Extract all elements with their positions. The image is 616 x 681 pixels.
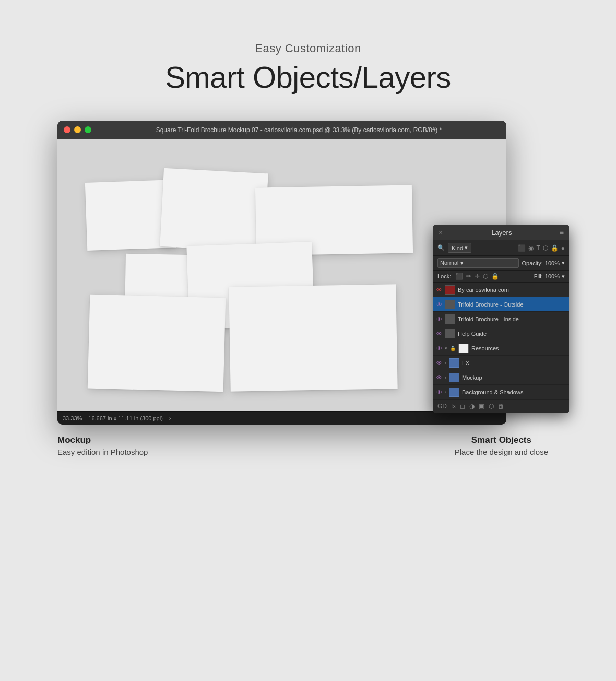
opacity-value: 100%	[545, 260, 560, 266]
layer-thumb-1	[445, 300, 455, 309]
layer-thumb-5	[449, 358, 459, 368]
layers-panel-header: ✕ Layers ≡	[433, 225, 569, 240]
layer-visibility-icon-3[interactable]: 👁	[436, 331, 442, 337]
layer-lock-icon-4: 🔒	[450, 346, 456, 351]
adjustment-icon[interactable]: ◻	[460, 403, 465, 410]
ps-status-arrow: ›	[169, 415, 171, 421]
pixel-filter-icon[interactable]: ⬛	[518, 244, 526, 252]
layer-visibility-icon-2[interactable]: 👁	[436, 316, 442, 322]
caption-right-desc: Place the design and close	[455, 448, 548, 456]
layer-name-2: Trifold Brochure - Inside	[458, 316, 566, 322]
lock-checker-icon[interactable]: ⬛	[455, 273, 463, 280]
layer-visibility-icon-4[interactable]: 👁	[436, 345, 442, 351]
layer-thumb-2	[445, 314, 455, 324]
paper-sheet-7	[229, 284, 397, 392]
ps-statusbar: 33.33% 16.667 in x 11.11 in (300 ppi) ›	[57, 411, 506, 425]
ps-dimensions: 16.667 in x 11.11 in (300 ppi)	[88, 415, 163, 421]
page-icon[interactable]: ⬡	[489, 403, 494, 410]
lock-paint-icon[interactable]: ✏	[466, 273, 471, 280]
layers-lock-row: Lock: ⬛ ✏ ✛ ⬡ 🔒 Fill: 100% ▾	[433, 271, 569, 283]
layer-name-7: Background & Shadows	[462, 389, 566, 395]
text-filter-icon[interactable]: T	[536, 244, 540, 252]
lock-all-icon[interactable]: 🔒	[491, 273, 499, 280]
layer-item-resources[interactable]: 👁 ▾ 🔒 Resources	[433, 341, 569, 356]
fill-chevron: ▾	[562, 273, 565, 280]
color-filter-icon[interactable]: ●	[561, 244, 565, 252]
layer-expand-icon-6[interactable]: ›	[445, 375, 446, 380]
layer-visibility-icon-1[interactable]: 👁	[436, 301, 442, 308]
layers-panel-title: Layers	[491, 229, 512, 237]
blend-mode-chevron: ▾	[460, 260, 464, 266]
layer-item-helpguide[interactable]: 👁 Help Guide	[433, 326, 569, 341]
opacity-row: Opacity: 100% ▾	[522, 260, 565, 266]
smart-filter-icon[interactable]: 🔒	[551, 244, 559, 252]
layer-name-5: FX	[462, 360, 566, 366]
maximize-button[interactable]	[85, 126, 91, 133]
layer-name-4: Resources	[471, 345, 566, 351]
filter-kind-select[interactable]: Kind ▾	[448, 243, 471, 253]
blend-mode-select[interactable]: Normal ▾	[437, 258, 519, 268]
layers-close-icon[interactable]: ✕	[439, 230, 444, 235]
fx-icon[interactable]: fx	[451, 403, 456, 410]
layer-thumb-7	[449, 388, 459, 397]
close-button[interactable]	[64, 126, 70, 133]
layer-item-carlosviloria[interactable]: 👁 By carlosviloria.com	[433, 283, 569, 297]
layer-thumb-0	[445, 285, 455, 295]
lock-label: Lock:	[437, 273, 451, 279]
adjustment-filter-icon[interactable]: ◉	[528, 244, 534, 252]
caption-right: Smart Objects Place the design and close	[455, 435, 559, 456]
layers-blend-row: Normal ▾ Opacity: 100% ▾	[433, 256, 569, 271]
minimize-button[interactable]	[74, 126, 81, 133]
layer-thumb-6	[449, 373, 459, 382]
layer-expand-icon-5[interactable]: ›	[445, 360, 446, 366]
chevron-down-icon: ▾	[465, 244, 468, 251]
opacity-chevron: ▾	[562, 260, 565, 266]
layers-bottom-bar: GD fx ◻ ◑ ▣ ⬡ 🗑	[433, 400, 569, 413]
fill-value: 100%	[545, 273, 560, 279]
blend-mode-value: Normal	[440, 260, 458, 266]
layer-item-mockup[interactable]: 👁 › Mockup	[433, 370, 569, 385]
layers-menu-icon[interactable]: ≡	[560, 228, 564, 237]
layer-name-1: Trifold Brochure - Outside	[458, 301, 566, 308]
search-icon: 🔍	[437, 244, 445, 251]
caption-left-desc: Easy edition in Photoshop	[57, 448, 148, 456]
layer-visibility-icon-7[interactable]: 👁	[436, 389, 442, 395]
layer-expand-icon-7[interactable]: ›	[445, 390, 446, 395]
layer-name-0: By carlosviloria.com	[458, 287, 566, 293]
layers-filter-row: 🔍 Kind ▾ ⬛ ◉ T ⬡ 🔒 ●	[433, 240, 569, 256]
main-content: Square Tri-Fold Brochure Mockup 07 - car…	[57, 121, 559, 456]
layer-expand-icon-4[interactable]: ▾	[445, 346, 447, 351]
circle-half-icon[interactable]: ◑	[469, 403, 475, 410]
lock-move-icon[interactable]: ✛	[475, 273, 480, 280]
filter-icons-group: ⬛ ◉ T ⬡ 🔒 ●	[518, 244, 565, 252]
captions-row: Mockup Easy edition in Photoshop Smart O…	[57, 435, 559, 456]
layer-name-3: Help Guide	[458, 331, 566, 337]
layers-panel: ✕ Layers ≡ 🔍 Kind ▾ ⬛ ◉ T ⬡ 🔒 ● Normal	[433, 225, 569, 413]
layer-item-fx[interactable]: 👁 › FX	[433, 356, 569, 370]
ps-window-title: Square Tri-Fold Brochure Mockup 07 - car…	[98, 126, 500, 134]
caption-left-title: Mockup	[57, 435, 148, 445]
header-title: Smart Objects/Layers	[165, 60, 451, 95]
paper-sheet-6	[88, 295, 226, 392]
caption-right-title: Smart Objects	[455, 435, 548, 445]
shape-filter-icon[interactable]: ⬡	[543, 244, 548, 252]
header-subtitle: Easy Customization	[165, 42, 451, 55]
link-icon[interactable]: GD	[437, 403, 447, 410]
opacity-label: Opacity:	[522, 260, 543, 266]
fill-label: Fill:	[534, 273, 543, 279]
layer-visibility-icon-0[interactable]: 👁	[436, 287, 442, 293]
delete-icon[interactable]: 🗑	[498, 403, 504, 410]
layer-item-outside[interactable]: 👁 Trifold Brochure - Outside	[433, 297, 569, 312]
layer-name-6: Mockup	[462, 374, 566, 381]
layer-visibility-icon-5[interactable]: 👁	[436, 360, 442, 366]
layer-item-bgshadows[interactable]: 👁 › Background & Shadows	[433, 385, 569, 400]
layer-thumb-4	[458, 344, 469, 353]
lock-artboard-icon[interactable]: ⬡	[483, 273, 488, 280]
caption-left: Mockup Easy edition in Photoshop	[57, 435, 148, 456]
ps-zoom-level: 33.33%	[63, 415, 82, 421]
layer-visibility-icon-6[interactable]: 👁	[436, 374, 442, 381]
layer-item-inside[interactable]: 👁 Trifold Brochure - Inside	[433, 312, 569, 326]
layers-list: 👁 By carlosviloria.com 👁 Trifold Brochur…	[433, 283, 569, 400]
folder-icon[interactable]: ▣	[479, 403, 484, 410]
layer-thumb-3	[445, 329, 455, 338]
